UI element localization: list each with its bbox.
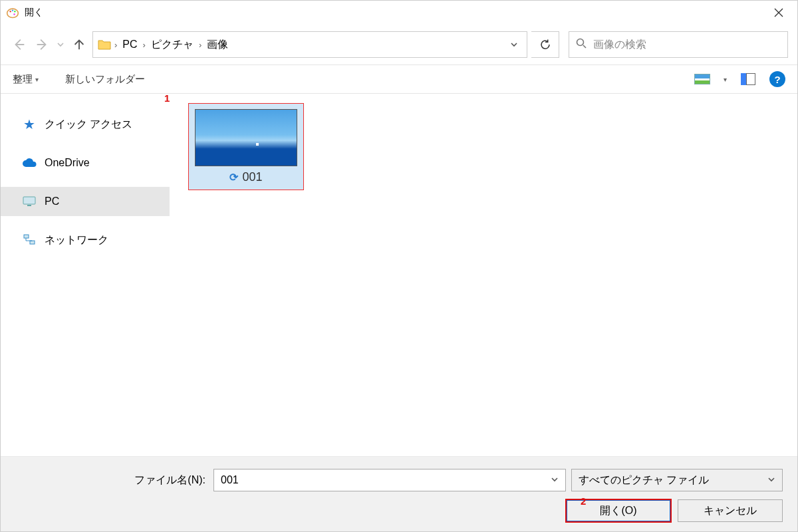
- preview-pane-button[interactable]: [739, 71, 757, 87]
- help-icon: ?: [774, 74, 780, 85]
- open-dialog: 開く › PC › ピクチャ › 画像: [0, 0, 798, 532]
- chevron-right-icon: ›: [140, 40, 148, 50]
- svg-point-3: [14, 11, 16, 12]
- help-button[interactable]: ?: [769, 71, 785, 87]
- caret-down-icon: ▾: [35, 76, 39, 83]
- chevron-down-icon: [510, 41, 518, 49]
- arrow-left-icon: [12, 37, 27, 52]
- picture-icon: [694, 74, 710, 84]
- arrow-up-icon: [72, 37, 86, 52]
- nav-forward-button[interactable]: [33, 35, 51, 54]
- address-dropdown[interactable]: [505, 41, 523, 49]
- search-input[interactable]: 画像の検索: [569, 31, 788, 58]
- nav-history-dropdown[interactable]: [55, 35, 66, 54]
- open-button-label: 開く(O): [600, 504, 636, 518]
- chevron-down-icon: [57, 41, 64, 48]
- breadcrumb-item[interactable]: 画像: [204, 37, 231, 53]
- star-icon: ★: [22, 117, 37, 132]
- preview-pane-icon: [741, 73, 755, 85]
- breadcrumb-item[interactable]: ピクチャ: [148, 37, 196, 53]
- filename-value: 001: [221, 474, 239, 486]
- sidebar: ★ クイック アクセス OneDrive PC: [1, 94, 170, 456]
- dialog-footer: ファイル名(N): 001 すべてのピクチャ ファイル 2 開く(O) キャンセ…: [1, 456, 797, 531]
- sidebar-item-onedrive[interactable]: OneDrive: [1, 148, 170, 178]
- sidebar-item-label: PC: [45, 196, 59, 207]
- sidebar-item-label: OneDrive: [45, 157, 90, 169]
- nav-row: › PC › ピクチャ › 画像 画像の検索: [1, 25, 797, 65]
- pc-icon: [22, 194, 37, 209]
- network-icon: [22, 233, 37, 247]
- svg-point-5: [577, 39, 584, 46]
- close-icon: [774, 8, 783, 17]
- svg-point-1: [9, 11, 11, 12]
- main-area: ★ クイック アクセス OneDrive PC: [1, 94, 797, 456]
- paint-icon: [6, 6, 19, 19]
- search-icon: [576, 38, 587, 51]
- filetype-value: すべてのピクチャ ファイル: [579, 473, 709, 487]
- file-name: 001: [242, 170, 262, 184]
- sidebar-item-label: ネットワーク: [45, 233, 108, 247]
- new-folder-button[interactable]: 新しいフォルダー: [65, 73, 145, 86]
- chevron-right-icon: ›: [112, 40, 120, 50]
- dialog-title: 開く: [25, 7, 765, 19]
- svg-rect-6: [23, 197, 35, 204]
- file-item-selected[interactable]: ⟳ 001: [188, 103, 304, 190]
- filename-input[interactable]: 001: [213, 469, 566, 491]
- sidebar-item-quick-access[interactable]: ★ クイック アクセス: [1, 110, 170, 139]
- chevron-down-icon[interactable]: [767, 474, 775, 486]
- svg-rect-7: [27, 205, 31, 206]
- organize-label: 整理: [13, 73, 33, 86]
- organize-menu[interactable]: 整理 ▾: [13, 73, 39, 86]
- new-folder-label: 新しいフォルダー: [65, 73, 145, 86]
- chevron-right-icon: ›: [196, 40, 204, 50]
- svg-rect-8: [24, 235, 29, 238]
- nav-up-button[interactable]: [70, 35, 88, 54]
- sync-icon: ⟳: [229, 171, 238, 184]
- filetype-select[interactable]: すべてのピクチャ ファイル: [571, 469, 783, 491]
- nav-back-button[interactable]: [10, 35, 29, 54]
- filename-label: ファイル名(N):: [15, 473, 208, 487]
- svg-point-4: [13, 13, 15, 15]
- file-list[interactable]: 1 ⟳ 001: [170, 94, 797, 456]
- address-bar[interactable]: › PC › ピクチャ › 画像: [92, 31, 527, 58]
- search-placeholder: 画像の検索: [593, 38, 646, 52]
- cancel-button-label: キャンセル: [704, 504, 757, 518]
- sidebar-item-network[interactable]: ネットワーク: [1, 225, 170, 255]
- breadcrumb-item[interactable]: PC: [120, 37, 140, 52]
- arrow-right-icon: [35, 37, 49, 52]
- cloud-icon: [22, 156, 37, 170]
- caret-down-icon[interactable]: ▾: [724, 76, 727, 83]
- annotation-callout-2: 2: [581, 495, 586, 507]
- sidebar-item-label: クイック アクセス: [45, 118, 132, 132]
- toolbar: 整理 ▾ 新しいフォルダー ▾ ?: [1, 65, 797, 94]
- view-thumbnails-button[interactable]: [693, 71, 712, 87]
- cancel-button[interactable]: キャンセル: [678, 499, 783, 522]
- titlebar: 開く: [1, 1, 797, 25]
- folder-icon: [97, 37, 112, 52]
- refresh-icon: [539, 39, 551, 51]
- annotation-callout-1: 1: [164, 94, 170, 104]
- sidebar-item-pc[interactable]: PC: [1, 187, 170, 216]
- refresh-button[interactable]: [531, 31, 559, 58]
- chevron-down-icon[interactable]: [551, 474, 559, 486]
- close-button[interactable]: [765, 1, 792, 25]
- file-label-row: ⟳ 001: [229, 170, 262, 184]
- svg-point-2: [12, 9, 14, 11]
- file-thumbnail: [195, 109, 297, 166]
